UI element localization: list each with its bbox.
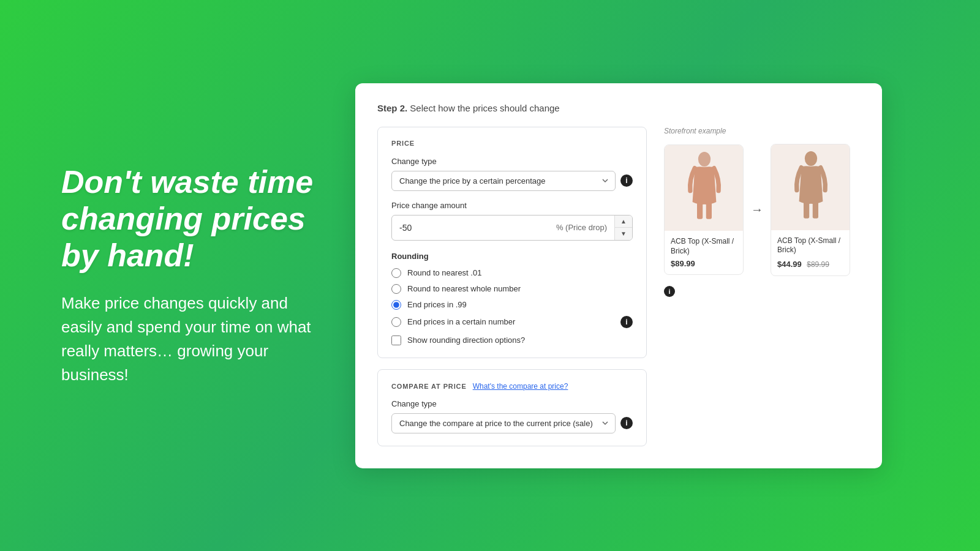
product-info-after: ACB Top (X-Small / Brick) $44.99 $89.99 <box>771 230 850 276</box>
radio-input-0[interactable] <box>391 268 401 278</box>
hero-title: Don't waste time changing prices by hand… <box>61 164 318 274</box>
svg-rect-5 <box>813 201 818 219</box>
product-info-before: ACB Top (X-Small / Brick) $89.99 <box>665 231 743 274</box>
main-card: Step 2. Select how the prices should cha… <box>355 83 882 468</box>
product-sale-price: $44.99 <box>777 260 802 269</box>
radio-item-3[interactable]: End prices in a certain number <box>391 317 515 327</box>
price-box: PRICE Change type Change the price by a … <box>377 127 647 358</box>
product-price-before: $89.99 <box>671 259 737 268</box>
product-figure-before <box>683 151 726 225</box>
svg-rect-2 <box>706 202 712 219</box>
radio-item-2[interactable]: End prices in .99 <box>391 300 633 310</box>
amount-wrapper: % (Price drop) ▲ ▼ <box>391 215 633 241</box>
product-image-before <box>665 145 744 231</box>
compare-at-link[interactable]: What's the compare at price? <box>473 382 568 391</box>
radio-row-4: End prices in a certain number i <box>391 316 633 328</box>
show-rounding-label: Show rounding direction options? <box>407 335 525 345</box>
amount-stepper: ▲ ▼ <box>614 216 632 240</box>
radio-label-2: End prices in .99 <box>407 300 467 309</box>
change-type-select[interactable]: Change the price by a certain percentage… <box>391 171 616 191</box>
show-rounding-checkbox[interactable] <box>391 335 401 345</box>
step-number: Step 2. <box>377 103 407 113</box>
radio-label-3: End prices in a certain number <box>407 317 515 326</box>
change-type-info-icon[interactable]: i <box>620 174 633 187</box>
compare-at-label: COMPARE AT PRICE <box>391 383 467 390</box>
radio-label-1: Round to nearest whole number <box>407 284 521 293</box>
radio-input-3[interactable] <box>391 317 401 327</box>
storefront-info-icon[interactable]: i <box>664 286 675 297</box>
product-image-after <box>771 144 850 230</box>
step-header: Step 2. Select how the prices should cha… <box>377 103 860 113</box>
compare-change-type-label: Change type <box>391 399 633 408</box>
radio-item-1[interactable]: Round to nearest whole number <box>391 284 633 294</box>
compare-label-row: COMPARE AT PRICE What's the compare at p… <box>391 382 633 391</box>
svg-rect-1 <box>697 202 703 219</box>
product-name-after: ACB Top (X-Small / Brick) <box>777 236 843 255</box>
card-body: PRICE Change type Change the price by a … <box>377 127 860 446</box>
stepper-up[interactable]: ▲ <box>615 216 632 228</box>
svg-rect-4 <box>804 201 809 219</box>
rounding-group: Rounding Round to nearest .01 Round to n… <box>391 252 633 345</box>
arrow-icon: → <box>751 203 763 217</box>
product-original-price: $89.99 <box>807 260 829 269</box>
amount-field-group: Price change amount % (Price drop) ▲ ▼ <box>391 201 633 241</box>
product-price-after-row: $44.99 $89.99 <box>777 258 843 269</box>
amount-label: Price change amount <box>391 201 633 210</box>
change-type-wrapper: Change the price by a certain percentage… <box>391 171 633 191</box>
storefront-cards: ACB Top (X-Small / Brick) $89.99 → <box>664 144 860 276</box>
change-type-label: Change type <box>391 157 633 166</box>
amount-input[interactable] <box>392 218 549 238</box>
left-panel: Don't waste time changing prices by hand… <box>61 164 318 386</box>
radio-item-0[interactable]: Round to nearest .01 <box>391 268 633 278</box>
product-name-before: ACB Top (X-Small / Brick) <box>671 237 737 256</box>
rounding-label: Rounding <box>391 252 633 261</box>
step-description: Select how the prices should change <box>410 103 559 113</box>
compare-type-select[interactable]: Change the compare at price to the curre… <box>391 413 616 433</box>
radio-group: Round to nearest .01 Round to nearest wh… <box>391 268 633 328</box>
main-layout: Don't waste time changing prices by hand… <box>61 83 919 468</box>
product-figure-after <box>790 151 832 224</box>
radio-label-0: Round to nearest .01 <box>407 268 481 277</box>
svg-point-3 <box>805 151 817 165</box>
radio-input-1[interactable] <box>391 284 401 294</box>
svg-point-0 <box>698 152 710 167</box>
storefront-label: Storefront example <box>664 127 860 135</box>
amount-suffix: % (Price drop) <box>549 218 614 237</box>
product-card-after: ACB Top (X-Small / Brick) $44.99 $89.99 <box>771 144 850 276</box>
compare-select-wrapper: Change the compare at price to the curre… <box>391 413 633 433</box>
product-card-before: ACB Top (X-Small / Brick) $89.99 <box>664 144 744 275</box>
radio-input-2[interactable] <box>391 300 401 310</box>
storefront-section: Storefront example <box>664 127 860 446</box>
compare-info-icon[interactable]: i <box>620 417 633 429</box>
show-rounding-checkbox-label[interactable]: Show rounding direction options? <box>391 335 633 345</box>
stepper-down[interactable]: ▼ <box>615 228 632 240</box>
rounding-info-icon[interactable]: i <box>620 316 633 328</box>
price-section-label: PRICE <box>391 140 633 147</box>
hero-subtitle: Make price changes quickly and easily an… <box>61 291 318 387</box>
form-section: PRICE Change type Change the price by a … <box>377 127 647 446</box>
compare-box: COMPARE AT PRICE What's the compare at p… <box>377 369 647 446</box>
